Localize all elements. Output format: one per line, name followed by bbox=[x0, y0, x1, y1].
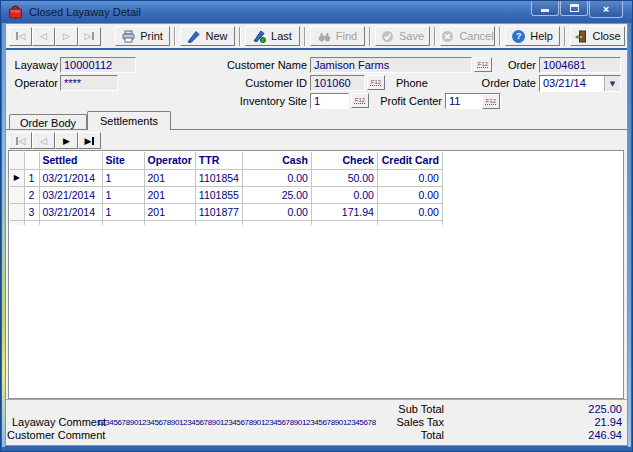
nav-next-button[interactable]: ▷ bbox=[55, 27, 78, 46]
new-label: New bbox=[205, 30, 227, 42]
cell-cash[interactable]: 0.00 bbox=[242, 169, 311, 186]
total-value: 246.94 bbox=[502, 429, 622, 441]
customer-id-lookup-button[interactable]: F12 bbox=[367, 75, 385, 90]
layaway-field[interactable]: 10000112 bbox=[60, 57, 136, 73]
tab-settlements[interactable]: Settlements bbox=[87, 111, 171, 130]
cell-ttr[interactable]: 1101877 bbox=[195, 203, 242, 220]
order-date-combobox[interactable]: 03/21/14 ▼ bbox=[539, 75, 621, 92]
save-button[interactable]: Save bbox=[375, 26, 430, 46]
grid-previous-icon: ◁ bbox=[40, 136, 47, 146]
title-bar[interactable]: Closed Layaway Detail × bbox=[1, 1, 632, 23]
toolbar-separator bbox=[304, 27, 306, 46]
cell-operator[interactable]: 201 bbox=[144, 203, 195, 220]
operator-label: Operator bbox=[14, 77, 58, 89]
profit-center-label: Profit Center bbox=[358, 95, 442, 107]
nav-last-button[interactable]: ▷ bbox=[78, 27, 101, 46]
table-row[interactable]: ▶ 1 03/21/2014 1 201 1101854 0.00 50.00 … bbox=[10, 169, 442, 186]
sub-total-value: 225.00 bbox=[502, 403, 622, 415]
cell-settled[interactable]: 03/21/2014 bbox=[39, 169, 102, 186]
row-number: 3 bbox=[24, 203, 39, 220]
sales-tax-label: Sales Tax bbox=[336, 416, 444, 428]
find-button[interactable]: Find bbox=[310, 26, 365, 46]
grid-first-bar-icon bbox=[16, 137, 18, 145]
window-close-button[interactable]: × bbox=[589, 1, 623, 18]
operator-field[interactable]: **** bbox=[60, 75, 118, 91]
rownum-header bbox=[24, 152, 39, 169]
col-settled[interactable]: Settled bbox=[39, 152, 102, 169]
nav-previous-button[interactable]: ◁ bbox=[32, 27, 55, 46]
tab-order-body[interactable]: Order Body bbox=[9, 114, 87, 130]
grid-first-icon: ◁ bbox=[19, 136, 26, 146]
new-button[interactable]: New bbox=[180, 26, 235, 46]
last-bar-icon bbox=[92, 32, 94, 40]
col-operator[interactable]: Operator bbox=[144, 152, 195, 169]
col-check[interactable]: Check bbox=[311, 152, 377, 169]
cell-check[interactable]: 50.00 bbox=[311, 169, 377, 186]
minimize-button[interactable] bbox=[531, 1, 559, 16]
cell-cash[interactable]: 25.00 bbox=[242, 186, 311, 203]
cell-settled[interactable]: 03/21/2014 bbox=[39, 203, 102, 220]
col-site[interactable]: Site bbox=[102, 152, 144, 169]
help-button[interactable]: ? Help bbox=[505, 26, 560, 46]
order-field[interactable]: 1004681 bbox=[539, 57, 621, 73]
cell-operator[interactable]: 201 bbox=[144, 186, 195, 203]
window-border-right bbox=[628, 22, 631, 447]
col-ttr[interactable]: TTR bbox=[195, 152, 242, 169]
grid-header-row: Settled Site Operator TTR Cash Check Cre… bbox=[10, 152, 442, 169]
main-toolbar: ◁ ◁ ▷ ▷ Print New Last bbox=[6, 24, 627, 50]
cell-ttr[interactable]: 1101854 bbox=[195, 169, 242, 186]
cell-cash[interactable]: 0.00 bbox=[242, 203, 311, 220]
customer-name-field[interactable]: Jamison Farms bbox=[310, 57, 472, 73]
print-button[interactable]: Print bbox=[115, 26, 170, 46]
last-button[interactable]: Last bbox=[245, 26, 300, 46]
nav-first-button[interactable]: ◁ bbox=[9, 27, 32, 46]
grid-next-button[interactable]: ▶ bbox=[55, 132, 78, 149]
cell-credit-card[interactable]: 0.00 bbox=[377, 169, 442, 186]
record-nav-group: ◁ ◁ ▷ ▷ bbox=[9, 27, 101, 46]
maximize-icon bbox=[570, 4, 579, 12]
profit-center-lookup-button[interactable]: F12 bbox=[482, 94, 500, 109]
cell-ttr[interactable]: 1101855 bbox=[195, 186, 242, 203]
grid-next-icon: ▶ bbox=[63, 136, 70, 146]
cell-check[interactable]: 0.00 bbox=[311, 186, 377, 203]
customer-comment-label: Customer Comment bbox=[7, 429, 105, 441]
cell-site[interactable]: 1 bbox=[102, 186, 144, 203]
grid-last-button[interactable]: ▶ bbox=[78, 132, 101, 149]
cell-credit-card[interactable]: 0.00 bbox=[377, 186, 442, 203]
cell-credit-card[interactable]: 0.00 bbox=[377, 203, 442, 220]
grid-first-button[interactable]: ◁ bbox=[9, 132, 32, 149]
save-check-icon bbox=[381, 30, 394, 43]
col-cash[interactable]: Cash bbox=[242, 152, 311, 169]
close-button[interactable]: Close bbox=[570, 26, 625, 46]
print-label: Print bbox=[140, 30, 163, 42]
cell-settled[interactable]: 03/21/2014 bbox=[39, 186, 102, 203]
nav-previous-icon: ◁ bbox=[40, 31, 47, 41]
col-credit-card[interactable]: Credit Card bbox=[377, 152, 442, 169]
toolbar-separator bbox=[499, 27, 501, 46]
cell-check[interactable]: 171.94 bbox=[311, 203, 377, 220]
grid-nav-group: ◁ ◁ ▶ ▶ bbox=[9, 132, 101, 149]
last-label: Last bbox=[271, 30, 292, 42]
toolbar-buttons: Print New Last Find Save bbox=[115, 26, 625, 46]
customer-id-field[interactable]: 101060 bbox=[310, 75, 365, 91]
chevron-down-icon: ▼ bbox=[610, 80, 615, 88]
first-bar-icon bbox=[16, 32, 18, 40]
help-icon: ? bbox=[512, 30, 525, 43]
order-date-dropdown-button[interactable]: ▼ bbox=[604, 76, 620, 91]
grid-previous-button[interactable]: ◁ bbox=[32, 132, 55, 149]
cell-operator[interactable]: 201 bbox=[144, 169, 195, 186]
app-bag-icon bbox=[8, 5, 23, 19]
door-icon bbox=[574, 30, 587, 43]
inventory-site-field[interactable]: 1 bbox=[310, 93, 349, 109]
cell-site[interactable]: 1 bbox=[102, 169, 144, 186]
close-label: Close bbox=[592, 30, 620, 42]
table-row[interactable]: 2 03/21/2014 1 201 1101855 25.00 0.00 0.… bbox=[10, 186, 442, 203]
cancel-button[interactable]: Cancel bbox=[440, 26, 495, 46]
toolbar-separator bbox=[369, 27, 371, 46]
row-selector bbox=[10, 203, 24, 220]
cell-site[interactable]: 1 bbox=[102, 203, 144, 220]
settlements-tab-page: ◁ ◁ ▶ ▶ Settled Site Operator bbox=[6, 129, 627, 445]
maximize-button[interactable] bbox=[560, 1, 588, 16]
save-label: Save bbox=[399, 30, 424, 42]
table-row[interactable]: 3 03/21/2014 1 201 1101877 0.00 171.94 0… bbox=[10, 203, 442, 220]
